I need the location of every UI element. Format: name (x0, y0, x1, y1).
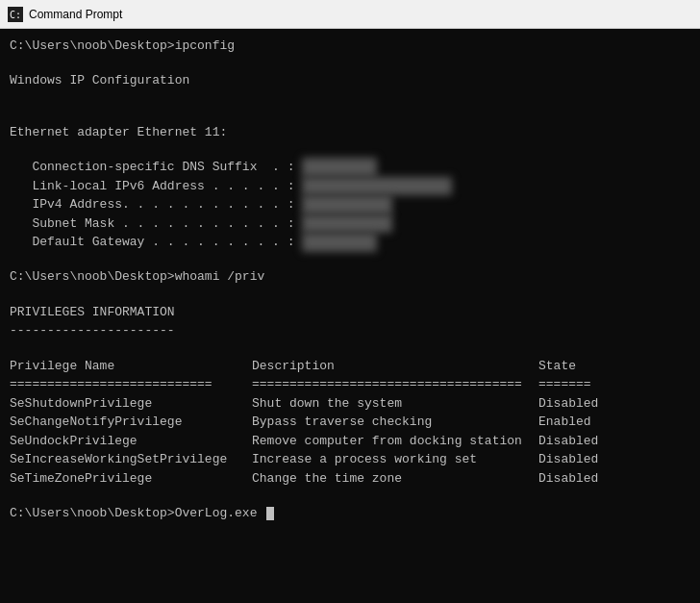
blurred-dns: ██████████ (302, 158, 377, 177)
line-priv-1: SeShutdownPrivilegeShut down the systemD… (10, 394, 690, 414)
line-priv-4: SeIncreaseWorkingSetPrivilegeIncrease a … (10, 450, 690, 469)
line-empty-3 (10, 107, 690, 123)
line-ipv6: Link-local IPv6 Address . . . . . : ████… (10, 177, 690, 196)
line-priv-info: PRIVILEGES INFORMATION (10, 303, 690, 322)
line-empty-5 (10, 252, 690, 268)
blurred-ipv6: ████████████████████ (302, 177, 452, 196)
blurred-gateway: ██████████ (302, 233, 377, 252)
line-divider-top: ---------------------- (10, 321, 690, 340)
line-gateway: Default Gateway . . . . . . . . . : ████… (10, 233, 690, 252)
cmd-icon: C: (8, 7, 23, 22)
line-subnet: Subnet Mask . . . . . . . . . . . : ████… (10, 214, 690, 234)
line-whoami: C:\Users\noob\Desktop>whoami /priv (10, 267, 690, 287)
line-priv-divider: ========================================… (10, 375, 690, 394)
line-priv-header: Privilege NameDescriptionState (10, 357, 690, 376)
blurred-subnet: ████████████ (302, 214, 392, 234)
line-priv-3: SeUndockPrivilegeRemove computer from do… (10, 432, 690, 451)
line-dns: Connection-specific DNS Suffix . : █████… (10, 158, 690, 177)
line-overlog: C:\Users\noob\Desktop>OverLog.exe (10, 504, 690, 523)
line-empty-2 (10, 90, 690, 107)
line-priv-5: SeTimeZonePrivilegeChange the time zoneD… (10, 469, 690, 489)
svg-text:C:: C: (10, 10, 21, 20)
line-empty-4 (10, 141, 690, 158)
line-ethernet-adapter: Ethernet adapter Ethernet 11: (10, 123, 690, 142)
line-empty-6 (10, 287, 690, 303)
line-ipv4: IPv4 Address. . . . . . . . . . . : ████… (10, 195, 690, 214)
line-priv-2: SeChangeNotifyPrivilegeBypass traverse c… (10, 413, 690, 432)
terminal: C:\Users\noob\Desktop>ipconfig Windows I… (0, 29, 700, 603)
line-empty-7 (10, 340, 690, 357)
title-bar: C: Command Prompt (0, 0, 700, 29)
line-empty-1 (10, 56, 690, 72)
blurred-ipv4: ████████████ (302, 195, 392, 214)
line-ipconfig: C:\Users\noob\Desktop>ipconfig (10, 37, 690, 56)
title-bar-text: Command Prompt (29, 8, 122, 21)
terminal-cursor (266, 507, 274, 520)
line-empty-8 (10, 488, 690, 504)
line-windows-ip: Windows IP Configuration (10, 71, 690, 90)
